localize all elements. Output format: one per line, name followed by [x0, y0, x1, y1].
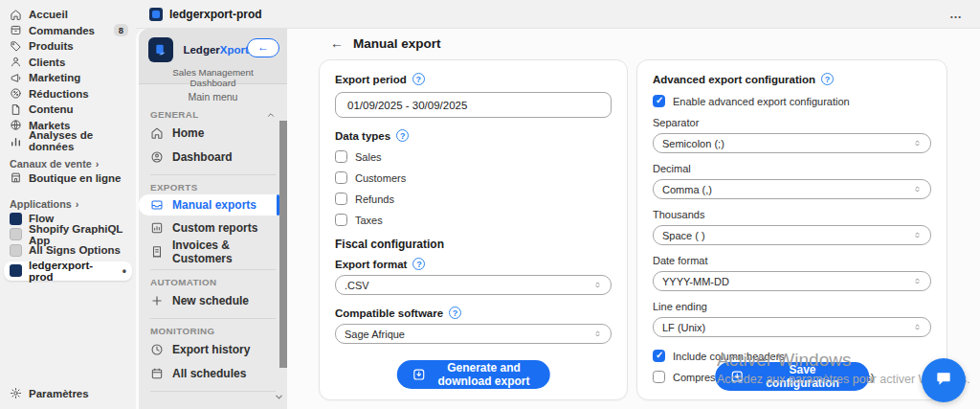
- brand-subtitle: Sales Management Dashboard: [148, 67, 278, 88]
- sidebar-item-boutique-en-ligne[interactable]: Boutique en ligne: [0, 170, 136, 187]
- app-nav-dashboard[interactable]: Dashboard: [139, 146, 287, 169]
- compatible-software-label: Compatible software: [335, 307, 443, 319]
- pin-dot-icon: •: [122, 266, 126, 276]
- sidebar-item-parametres[interactable]: Paramètres: [0, 386, 136, 402]
- help-icon[interactable]: [821, 73, 834, 85]
- sidebar-item-label: Commandes: [29, 25, 95, 36]
- sidebar-item-analyses[interactable]: Analyses de données: [0, 133, 136, 149]
- megaphone-icon: [10, 72, 22, 84]
- applications-header[interactable]: Applications ›: [0, 197, 136, 211]
- orders-icon: [10, 24, 22, 36]
- decimal-label: Decimal: [653, 163, 931, 174]
- chevron-down-icon[interactable]: [274, 389, 284, 406]
- checkbox-customers[interactable]: Customers: [335, 171, 612, 184]
- sidebar-scrollbar[interactable]: [279, 121, 287, 368]
- help-icon[interactable]: [412, 258, 425, 270]
- export-card: Export period 01/09/2025 - 30/09/2025 Da…: [319, 59, 628, 400]
- ledgerxport-logo-icon: [148, 37, 173, 62]
- more-menu-icon[interactable]: …: [949, 7, 963, 21]
- collapse-sidebar-button[interactable]: ←: [247, 38, 279, 57]
- divider: [150, 318, 276, 319]
- sidebar-item-label: Paramètres: [29, 388, 89, 399]
- app-nav-invoices-customers[interactable]: Invoices & Customers: [139, 240, 287, 263]
- checkbox-refunds[interactable]: Refunds: [335, 193, 612, 205]
- app-nav-home[interactable]: Home: [139, 122, 287, 145]
- sidebar-item-label: ledgerxport-prod: [29, 260, 116, 283]
- thousands-label: Thousands: [653, 209, 931, 220]
- chevron-right-icon: ›: [96, 158, 100, 170]
- sales-channels-header[interactable]: Canaux de vente ›: [0, 157, 136, 170]
- sidebar-item-graphiql[interactable]: Shopify GraphiQL App: [0, 227, 136, 243]
- help-icon[interactable]: [412, 73, 425, 85]
- separator-label: Separator: [653, 117, 931, 128]
- checkbox-box[interactable]: [335, 214, 347, 226]
- topbar-app-title: ledgerxport-prod: [169, 8, 262, 21]
- help-icon[interactable]: [449, 307, 461, 319]
- back-arrow-icon[interactable]: ←: [330, 35, 344, 51]
- help-icon[interactable]: [396, 129, 409, 142]
- checkbox-enable-advanced[interactable]: Enable advanced export configuration: [653, 95, 931, 107]
- sidebar-item-clients[interactable]: Clients: [0, 55, 136, 71]
- export-format-select[interactable]: .CSV: [335, 275, 612, 295]
- home-icon: [10, 9, 22, 21]
- select-stepper-icon: [593, 280, 602, 290]
- line-ending-select[interactable]: LF (Unix): [653, 317, 931, 337]
- data-types-label: Data types: [335, 130, 390, 142]
- page-title: Manual export: [353, 36, 441, 51]
- generate-export-button[interactable]: Generate and download export: [396, 360, 550, 389]
- app-nav-new-schedule[interactable]: New schedule: [139, 289, 287, 312]
- gear-icon: [10, 387, 22, 399]
- sidebar-item-label: Clients: [29, 57, 65, 68]
- sidebar-item-accueil[interactable]: Accueil: [0, 7, 136, 23]
- sidebar-item-marketing[interactable]: Marketing: [0, 70, 136, 86]
- select-stepper-icon: [593, 329, 602, 339]
- checkbox-box[interactable]: [653, 371, 665, 383]
- date-format-label: Date format: [653, 255, 931, 266]
- sidebar-item-all-signs[interactable]: All Signs Options: [0, 242, 136, 259]
- sidebar-item-contenu[interactable]: Contenu: [0, 102, 136, 118]
- divider: [150, 269, 276, 270]
- invoice-icon: [150, 245, 164, 259]
- app-sidebar: LedgerXport ← Sales Management Dashboard…: [139, 29, 287, 409]
- flow-app-icon: [10, 213, 22, 225]
- divider: [150, 391, 276, 392]
- dashboard-icon: [150, 150, 164, 164]
- sidebar-item-commandes[interactable]: Commandes 8: [0, 23, 136, 39]
- export-period-input[interactable]: 01/09/2025 - 30/09/2025: [335, 92, 612, 118]
- app-nav-custom-reports[interactable]: Custom reports: [139, 216, 287, 239]
- app-nav-manual-exports[interactable]: Manual exports: [139, 194, 279, 216]
- checkbox-box-checked[interactable]: [653, 350, 665, 362]
- compatible-software-select[interactable]: Sage Afrique: [335, 324, 612, 344]
- app-nav-export-history[interactable]: Export history: [139, 338, 287, 361]
- advanced-config-title: Advanced export configuration: [653, 74, 815, 85]
- download-icon: [412, 368, 425, 381]
- checkbox-box[interactable]: [335, 193, 347, 205]
- app-nav-all-schedules[interactable]: All schedules: [139, 362, 287, 385]
- checkbox-box-checked[interactable]: [653, 95, 665, 107]
- date-format-select[interactable]: YYYY-MM-DD: [653, 271, 931, 291]
- sidebar-item-produits[interactable]: Produits: [0, 38, 136, 55]
- orders-count-badge: 8: [114, 24, 128, 36]
- ledgerxport-app-icon: [10, 264, 22, 277]
- file-icon: [10, 103, 22, 116]
- checkbox-sales[interactable]: Sales: [335, 150, 612, 163]
- section-general: GENERAL: [139, 108, 287, 121]
- sidebar-item-ledgerxport-prod-active[interactable]: ledgerxport-prod •: [4, 261, 132, 281]
- chat-widget-button[interactable]: [922, 358, 966, 402]
- checkbox-box[interactable]: [335, 171, 347, 184]
- chevron-up-icon[interactable]: [266, 110, 276, 120]
- export-period-label: Export period: [335, 74, 407, 85]
- separator-select[interactable]: Semicolon (;): [653, 133, 931, 153]
- calendar-icon: [150, 367, 164, 380]
- tag-icon: [10, 40, 22, 53]
- thousands-select[interactable]: Space ( ): [653, 225, 931, 245]
- sidebar-item-label: Boutique en ligne: [29, 172, 121, 184]
- checkbox-taxes[interactable]: Taxes: [335, 214, 612, 226]
- checkbox-box[interactable]: [335, 150, 347, 163]
- divider: [150, 174, 276, 175]
- export-inbox-icon: [150, 198, 164, 212]
- decimal-select[interactable]: Comma (,): [653, 179, 931, 199]
- store-icon: [10, 171, 22, 184]
- sidebar-item-reductions[interactable]: Réductions: [0, 86, 136, 102]
- select-stepper-icon: [913, 138, 922, 148]
